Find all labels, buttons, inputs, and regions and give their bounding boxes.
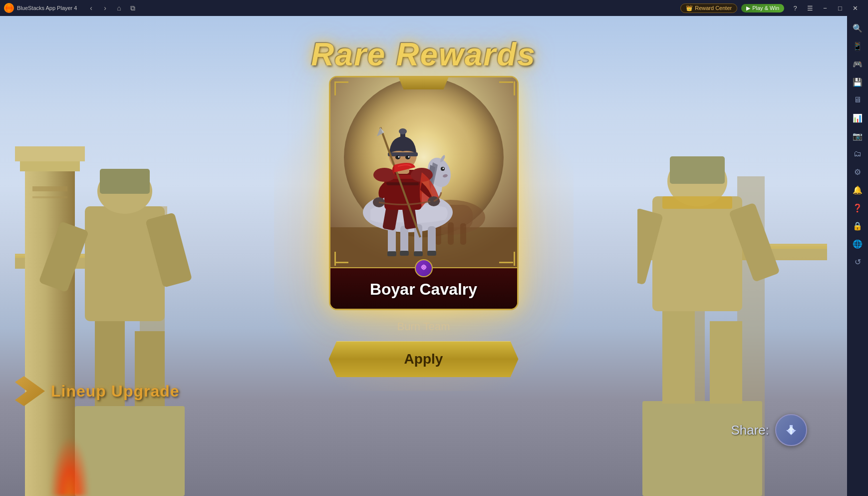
sidebar-icon-2[interactable]: 📱: [850, 38, 866, 54]
sidebar-icon-13[interactable]: 🌐: [850, 236, 866, 252]
sidebar-icon-6[interactable]: 📊: [850, 110, 866, 126]
right-sidebar: 🔍 📱 🎮 💾 🖥 📊 📷 🗂 ⚙ 🔔 ❓ 🔒 🌐 ↺: [847, 16, 868, 496]
reward-card: Boyar Cavalry: [329, 76, 519, 310]
menu-button[interactable]: ☰: [803, 2, 817, 13]
svg-rect-77: [334, 81, 348, 83]
svg-point-68: [395, 155, 400, 159]
unit-name: Boyar Cavalry: [340, 280, 507, 299]
sidebar-icon-10[interactable]: 🔔: [850, 182, 866, 198]
play-win-button[interactable]: ▶ Play & Win: [741, 4, 784, 12]
play-icon: ▶: [746, 5, 750, 11]
fire-effect: [50, 436, 90, 496]
svg-rect-84: [514, 252, 515, 266]
apply-button[interactable]: Apply: [329, 341, 519, 377]
tab-button[interactable]: ⧉: [127, 2, 139, 14]
svg-rect-80: [514, 81, 515, 95]
card-image: [330, 77, 517, 267]
svg-rect-81: [334, 262, 348, 263]
svg-point-70: [398, 156, 399, 158]
svg-point-71: [408, 156, 409, 158]
game-area: Rare Rewards: [0, 16, 847, 496]
reward-card-container: Boyar Cavalry Burn Team Apply: [329, 76, 519, 377]
lineup-upgrade-section: Lineup Upgrade: [15, 376, 180, 406]
sidebar-icon-12[interactable]: 🔒: [850, 218, 866, 234]
svg-rect-52: [387, 251, 396, 256]
close-button[interactable]: ✕: [848, 2, 862, 13]
svg-point-61: [373, 168, 395, 182]
play-win-label: Play & Win: [752, 5, 779, 11]
help-button[interactable]: ?: [788, 2, 802, 13]
sidebar-icon-5[interactable]: 🖥: [850, 92, 866, 108]
app-title: BlueStacks App Player 4: [17, 5, 77, 11]
minimize-button[interactable]: −: [818, 2, 832, 13]
sidebar-icon-14[interactable]: ↺: [850, 254, 866, 270]
back-button[interactable]: ‹: [85, 2, 97, 14]
svg-rect-78: [334, 81, 336, 95]
svg-point-2: [5, 6, 12, 9]
home-button[interactable]: ⌂: [113, 2, 125, 14]
svg-rect-49: [400, 226, 408, 255]
lineup-upgrade-label: Lineup Upgrade: [51, 382, 180, 401]
nav-controls: ‹ › ⌂ ⧉: [81, 2, 143, 14]
sidebar-icon-1[interactable]: 🔍: [850, 20, 866, 36]
svg-rect-41: [448, 222, 454, 245]
upgrade-arrow-icon: [15, 376, 45, 406]
svg-rect-55: [427, 251, 436, 256]
reward-center-label: Reward Center: [695, 5, 732, 11]
crown-icon: 👑: [686, 5, 693, 11]
svg-rect-42: [460, 223, 466, 245]
svg-rect-53: [400, 251, 409, 256]
forward-button[interactable]: ›: [99, 2, 111, 14]
unit-type-icon: [415, 259, 433, 277]
share-label: Share:: [731, 423, 769, 438]
sidebar-icon-3[interactable]: 🎮: [850, 56, 866, 72]
svg-rect-83: [499, 262, 513, 263]
logo-icon: [4, 3, 14, 13]
svg-point-46: [442, 168, 444, 169]
svg-rect-82: [334, 252, 336, 266]
sidebar-icon-9[interactable]: ⚙: [850, 164, 866, 180]
card-bottom: Boyar Cavalry: [330, 267, 517, 309]
svg-point-69: [405, 155, 410, 159]
svg-rect-60: [386, 182, 419, 185]
rare-rewards-title: Rare Rewards: [311, 36, 536, 73]
share-button[interactable]: [775, 414, 807, 446]
card-top-decoration: [399, 77, 449, 89]
sidebar-icon-7[interactable]: 📷: [850, 128, 866, 144]
sidebar-icon-8[interactable]: 🗂: [850, 146, 866, 162]
sidebar-icon-11[interactable]: ❓: [850, 200, 866, 216]
titlebar-right-controls: 👑 Reward Center ▶ Play & Win ? ☰ − □ ✕: [680, 2, 868, 13]
app-logo: BlueStacks App Player 4: [0, 3, 81, 13]
reward-center-button[interactable]: 👑 Reward Center: [680, 3, 737, 13]
svg-rect-65: [388, 152, 418, 156]
sidebar-icon-4[interactable]: 💾: [850, 74, 866, 90]
svg-rect-51: [428, 226, 436, 255]
svg-rect-54: [414, 251, 423, 256]
svg-point-67: [399, 128, 407, 134]
titlebar: BlueStacks App Player 4 ‹ › ⌂ ⧉ 👑 Reward…: [0, 0, 868, 16]
window-controls: ? ☰ − □ ✕: [788, 2, 862, 13]
team-label: Burn Team: [329, 320, 519, 333]
svg-rect-79: [499, 81, 513, 83]
maximize-button[interactable]: □: [833, 2, 847, 13]
share-section: Share:: [731, 414, 807, 446]
